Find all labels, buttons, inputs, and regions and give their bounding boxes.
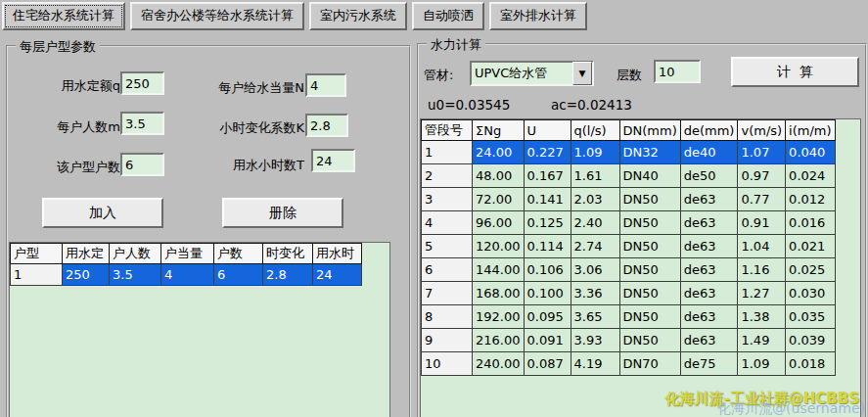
table-cell[interactable]: DN40: [619, 164, 680, 188]
table-cell[interactable]: 120.00: [473, 235, 525, 258]
delete-button[interactable]: 册除: [222, 198, 343, 228]
tab-residential-water-supply[interactable]: 住宅给水系统计算: [2, 2, 125, 30]
table-cell[interactable]: 0.227: [524, 141, 571, 164]
add-button[interactable]: 加入: [42, 198, 163, 228]
table-cell[interactable]: 0.021: [786, 235, 835, 258]
row-header[interactable]: 1: [422, 141, 473, 164]
table-cell[interactable]: 4.19: [571, 352, 619, 376]
table-cell[interactable]: 3.65: [571, 305, 619, 329]
input-household-count[interactable]: [120, 153, 164, 176]
table-cell[interactable]: DN50: [619, 258, 680, 282]
table-cell[interactable]: de63: [680, 235, 738, 258]
table-cell[interactable]: 0.106: [524, 258, 571, 282]
table-cell[interactable]: 48.00: [473, 164, 525, 188]
row-header[interactable]: 4: [422, 211, 473, 235]
table-cell[interactable]: 168.00: [473, 282, 525, 305]
table-cell[interactable]: de75: [680, 352, 738, 376]
tab-indoor-sewage[interactable]: 室内污水系统: [309, 2, 407, 30]
table-cell[interactable]: 24.00: [473, 141, 525, 164]
input-water-quota[interactable]: [120, 71, 164, 95]
table-cell[interactable]: 0.91: [738, 211, 786, 235]
row-header[interactable]: 2: [422, 164, 473, 188]
row-header[interactable]: 6: [422, 258, 473, 282]
row-header[interactable]: 5: [422, 235, 473, 258]
row-header[interactable]: 1: [11, 264, 63, 286]
row-header[interactable]: 10: [422, 352, 473, 376]
table-cell[interactable]: 144.00: [473, 258, 525, 282]
table-cell[interactable]: 2.03: [571, 188, 619, 211]
table-cell[interactable]: 0.024: [786, 164, 835, 188]
calculate-button[interactable]: 计 算: [731, 57, 859, 87]
tab-dormitory-office-water-supply[interactable]: 宿舍办公楼等给水系统计算: [130, 2, 304, 30]
row-header[interactable]: 8: [422, 305, 473, 329]
input-water-use-hours[interactable]: [311, 149, 355, 172]
input-hourly-variation-coeff[interactable]: [305, 114, 348, 137]
table-cell[interactable]: 1.16: [738, 258, 786, 282]
tab-auto-sprinkler[interactable]: 自动喷洒: [412, 2, 484, 30]
input-floors[interactable]: [654, 60, 701, 83]
chevron-down-icon[interactable]: ▼: [572, 62, 592, 85]
table-cell[interactable]: 1.04: [738, 235, 786, 258]
tab-outdoor-drainage[interactable]: 室外排水计算: [489, 2, 587, 30]
table-cell[interactable]: 0.167: [524, 164, 571, 188]
table-cell[interactable]: DN50: [619, 211, 680, 235]
table-cell[interactable]: 1.07: [738, 141, 786, 164]
table-cell[interactable]: 0.040: [786, 141, 835, 164]
table-cell[interactable]: 1.27: [738, 282, 786, 305]
table-cell[interactable]: 3.93: [571, 329, 619, 352]
table-cell[interactable]: 2.40: [571, 211, 619, 235]
table-cell[interactable]: 0.77: [738, 188, 786, 211]
table-cell[interactable]: 24: [313, 264, 362, 286]
table-cell[interactable]: 3.5: [110, 264, 161, 286]
table-cell[interactable]: 0.141: [524, 188, 571, 211]
row-header[interactable]: 3: [422, 188, 473, 211]
input-equiv-per-household[interactable]: [305, 73, 346, 97]
table-cell[interactable]: de63: [680, 305, 738, 329]
table-cell[interactable]: de63: [680, 329, 738, 352]
table-cell[interactable]: 1.09: [571, 141, 619, 164]
table-cell[interactable]: 0.012: [786, 188, 835, 211]
pipe-material-select[interactable]: UPVC给水管 ▼: [470, 61, 594, 86]
table-cell[interactable]: de50: [680, 164, 738, 188]
table-cell[interactable]: 0.016: [786, 211, 835, 235]
table-cell[interactable]: 4: [161, 264, 214, 286]
table-cell[interactable]: 2.8: [263, 264, 313, 286]
table-cell[interactable]: 192.00: [473, 305, 525, 329]
row-header[interactable]: 7: [422, 282, 473, 305]
table-cell[interactable]: de63: [680, 188, 738, 211]
table-cell[interactable]: 0.025: [786, 258, 835, 282]
table-cell[interactable]: DN50: [619, 235, 680, 258]
table-cell[interactable]: 96.00: [473, 211, 525, 235]
table-cell[interactable]: 1.49: [738, 329, 786, 352]
table-cell[interactable]: 0.018: [786, 352, 835, 376]
table-cell[interactable]: 250: [63, 264, 110, 286]
table-cell[interactable]: DN50: [619, 305, 680, 329]
table-cell[interactable]: 0.091: [524, 329, 571, 352]
table-cell[interactable]: 1.61: [571, 164, 619, 188]
table-cell[interactable]: DN32: [619, 141, 680, 164]
table-cell[interactable]: 1.38: [738, 305, 786, 329]
table-cell[interactable]: 0.114: [524, 235, 571, 258]
table-cell[interactable]: 0.030: [786, 282, 835, 305]
table-cell[interactable]: DN50: [619, 329, 680, 352]
table-cell[interactable]: de63: [680, 211, 738, 235]
table-cell[interactable]: de63: [680, 282, 738, 305]
table-cell[interactable]: 240.00: [473, 352, 525, 376]
table-cell[interactable]: DN70: [619, 352, 680, 376]
table-cell[interactable]: 0.035: [786, 305, 835, 329]
table-cell[interactable]: 3.36: [571, 282, 619, 305]
table-cell[interactable]: 72.00: [473, 188, 525, 211]
table-cell[interactable]: de40: [680, 141, 738, 164]
table-cell[interactable]: de63: [680, 258, 738, 282]
table-cell[interactable]: 1.09: [738, 352, 786, 376]
table-cell[interactable]: DN50: [619, 282, 680, 305]
table-cell[interactable]: 0.087: [524, 352, 571, 376]
table-cell[interactable]: 0.095: [524, 305, 571, 329]
table-cell[interactable]: DN50: [619, 188, 680, 211]
row-header[interactable]: 9: [422, 329, 473, 352]
input-persons-per-household[interactable]: [120, 112, 164, 135]
table-cell[interactable]: 0.100: [524, 282, 571, 305]
table-cell[interactable]: 216.00: [473, 329, 525, 352]
table-cell[interactable]: 3.06: [571, 258, 619, 282]
table-cell[interactable]: 0.125: [524, 211, 571, 235]
